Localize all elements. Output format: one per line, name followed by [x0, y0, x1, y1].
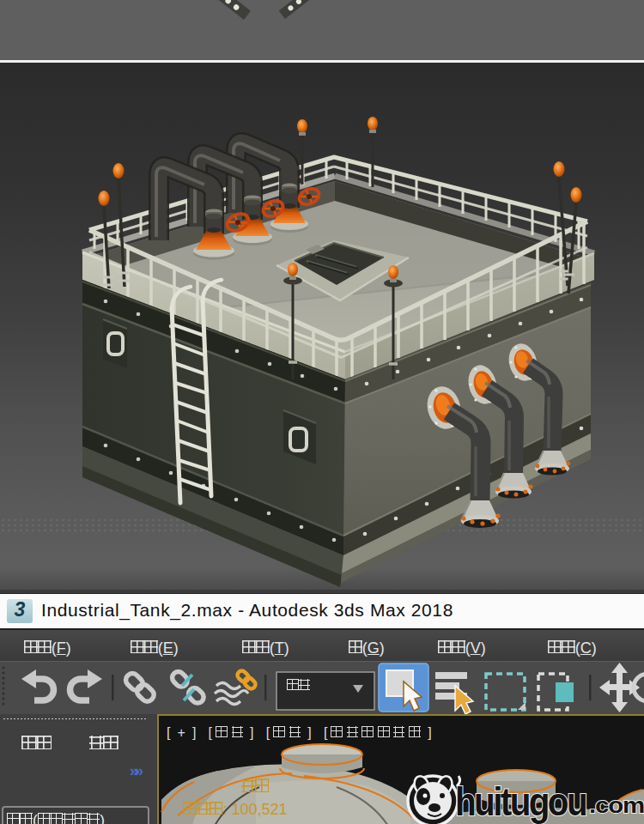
svg-text:huitugou: huitugou — [455, 779, 586, 824]
svg-text:.com: .com — [589, 793, 644, 817]
